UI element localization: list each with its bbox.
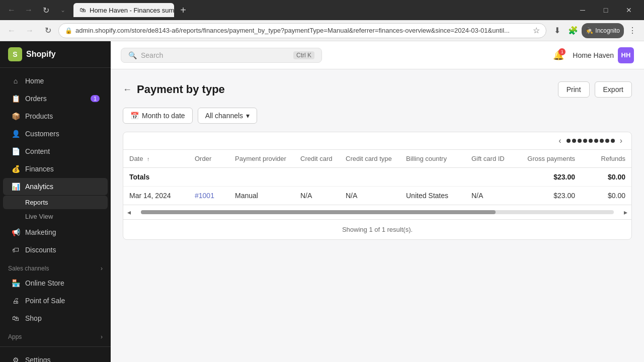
channels-filter-button[interactable]: All channels ▾ xyxy=(198,108,258,124)
extensions-button[interactable]: 🧩 xyxy=(566,23,581,38)
sidebar-item-online-store[interactable]: 🏪 Online Store xyxy=(3,275,108,292)
scrollbar-track[interactable] xyxy=(141,210,614,214)
col-header-gross-payments[interactable]: Gross payments xyxy=(516,150,581,168)
scroll-right-button[interactable]: › xyxy=(617,135,625,146)
lock-icon: 🔒 xyxy=(65,27,72,34)
scroll-right-row-button[interactable]: ▸ xyxy=(620,207,631,217)
col-header-credit-card-type[interactable]: Credit card type xyxy=(340,150,400,168)
table-footer: Showing 1 of 1 result(s). xyxy=(123,219,631,239)
sidebar-item-finances[interactable]: 💰 Finances xyxy=(3,160,108,177)
header-row: Date ↑ Order Payment provider xyxy=(123,150,631,168)
sidebar-item-customers[interactable]: 👤 Customers xyxy=(3,125,108,142)
col-header-credit-card[interactable]: Credit card xyxy=(294,150,340,168)
col-header-date[interactable]: Date ↑ xyxy=(123,150,189,168)
order-link[interactable]: #1001 xyxy=(195,192,214,200)
apps-label: Apps xyxy=(8,333,22,340)
col-header-billing-country[interactable]: Billing country xyxy=(400,150,465,168)
scroll-left-button[interactable]: ‹ xyxy=(555,135,564,146)
orders-icon: 📋 xyxy=(11,94,20,103)
active-tab[interactable]: 🛍 Home Haven - Finances summ... ✕ xyxy=(73,3,174,17)
online-store-icon: 🏪 xyxy=(11,279,20,288)
settings-icon: ⚙ xyxy=(11,355,20,362)
page-title-area: ← Payment by type xyxy=(123,83,225,96)
totals-cc xyxy=(294,168,340,187)
more-button[interactable]: ⋮ xyxy=(625,23,640,38)
browser-chrome: ← → ↻ ⌄ 🛍 Home Haven - Finances summ... … xyxy=(0,0,644,20)
gift-header-label: Gift card ID xyxy=(471,155,505,162)
table-row: Mar 14, 2024 #1001 Manual N/A N/A United… xyxy=(123,187,631,205)
col-header-order[interactable]: Order xyxy=(189,150,229,168)
nav-bar: ← → ↻ 🔒 admin.shopify.com/store/de8143-a… xyxy=(0,20,644,41)
back-button[interactable]: ← xyxy=(123,84,132,95)
col-header-refunds[interactable]: Refunds xyxy=(581,150,631,168)
row-provider: Manual xyxy=(229,187,294,205)
bookmark-button[interactable]: ☆ xyxy=(533,26,540,35)
sidebar-item-marketing[interactable]: 📢 Marketing xyxy=(3,224,108,241)
maximize-button[interactable]: □ xyxy=(595,3,617,17)
search-bar[interactable]: 🔍 Search Ctrl K xyxy=(121,48,322,63)
row-billing: United States xyxy=(400,187,465,205)
scroll-dot-8 xyxy=(605,139,609,143)
table-body: Totals $23.00 $0.00 $23 xyxy=(123,168,631,205)
sidebar-item-settings[interactable]: ⚙ Settings xyxy=(3,351,108,362)
sidebar: S Shopify ⌂ Home 📋 Orders 1 📦 Products 👤… xyxy=(0,41,111,362)
nav-refresh-button[interactable]: ↻ xyxy=(40,23,55,38)
sidebar-item-label: Online Store xyxy=(25,279,64,287)
col-header-gift-card[interactable]: Gift card ID xyxy=(465,150,516,168)
home-icon: ⌂ xyxy=(11,76,20,85)
sidebar-item-label: Shop xyxy=(25,314,42,322)
download-button[interactable]: ⬇ xyxy=(549,23,565,38)
col-header-payment-provider[interactable]: Payment provider xyxy=(229,150,294,168)
close-button[interactable]: ✕ xyxy=(618,3,640,17)
orders-badge: 1 xyxy=(91,95,100,102)
totals-gift xyxy=(465,168,516,187)
sidebar-item-products[interactable]: 📦 Products xyxy=(3,108,108,125)
customers-icon: 👤 xyxy=(11,129,20,138)
sidebar-item-label: Point of Sale xyxy=(25,297,65,305)
marketing-icon: 📢 xyxy=(11,228,20,237)
sidebar-item-home[interactable]: ⌂ Home xyxy=(3,72,108,89)
sidebar-item-discounts[interactable]: 🏷 Discounts xyxy=(3,241,108,258)
nav-back-button[interactable]: ← xyxy=(4,23,19,38)
sidebar-item-label: Finances xyxy=(25,165,54,173)
forward-button[interactable]: → xyxy=(21,3,36,18)
sidebar-footer: ⚙ Settings xyxy=(0,346,111,362)
sort-icon: ↑ xyxy=(147,156,150,162)
apps-expand-icon[interactable]: › xyxy=(101,333,103,340)
table-scrollbar: ◂ ▸ xyxy=(123,205,631,219)
sidebar-item-live-view[interactable]: Live View xyxy=(3,210,108,223)
nav-forward-button[interactable]: → xyxy=(22,23,37,38)
sidebar-item-point-of-sale[interactable]: 🖨 Point of Sale xyxy=(3,292,108,309)
dropdown-button[interactable]: ⌄ xyxy=(55,3,70,18)
export-button[interactable]: Export xyxy=(595,81,632,98)
sidebar-item-shop[interactable]: 🛍 Shop xyxy=(3,310,108,327)
provider-header-label: Payment provider xyxy=(235,155,286,162)
address-bar[interactable]: 🔒 admin.shopify.com/store/de8143-a6/repo… xyxy=(58,23,546,38)
minimize-button[interactable]: ─ xyxy=(572,3,594,17)
back-button[interactable]: ← xyxy=(4,3,19,18)
nav-actions: ⬇ 🧩 🕵 Incognito ⋮ xyxy=(549,23,640,38)
shopify-logo[interactable]: S Shopify xyxy=(8,47,56,61)
browser-controls: ← → ↻ ⌄ xyxy=(4,3,70,18)
sidebar-item-analytics[interactable]: 📊 Analytics xyxy=(3,178,108,195)
refresh-button[interactable]: ↻ xyxy=(38,3,53,18)
date-filter-button[interactable]: 📅 Month to date xyxy=(123,108,193,124)
user-menu[interactable]: Home Haven HH xyxy=(573,47,634,63)
sidebar-item-content[interactable]: 📄 Content xyxy=(3,143,108,160)
scroll-dot-4 xyxy=(583,139,587,143)
print-button[interactable]: Print xyxy=(558,81,590,98)
results-count: Showing 1 of 1 result(s). xyxy=(342,226,413,233)
scroll-left-row-button[interactable]: ◂ xyxy=(123,207,135,217)
notification-button[interactable]: 🔔 1 xyxy=(550,47,567,63)
user-name: Home Haven xyxy=(573,51,614,59)
row-gross: $23.00 xyxy=(516,187,581,205)
sidebar-item-orders[interactable]: 📋 Orders 1 xyxy=(3,90,108,107)
sales-channels-expand-icon[interactable]: › xyxy=(101,265,103,272)
sidebar-item-reports[interactable]: Reports xyxy=(3,196,108,209)
cc-type-header-label: Credit card type xyxy=(346,155,392,162)
date-header-label: Date xyxy=(129,155,143,162)
analytics-icon: 📊 xyxy=(11,182,20,191)
incognito-label: Incognito xyxy=(595,27,620,34)
new-tab-button[interactable]: + xyxy=(176,3,190,17)
table-container: ‹ › xyxy=(123,132,632,240)
